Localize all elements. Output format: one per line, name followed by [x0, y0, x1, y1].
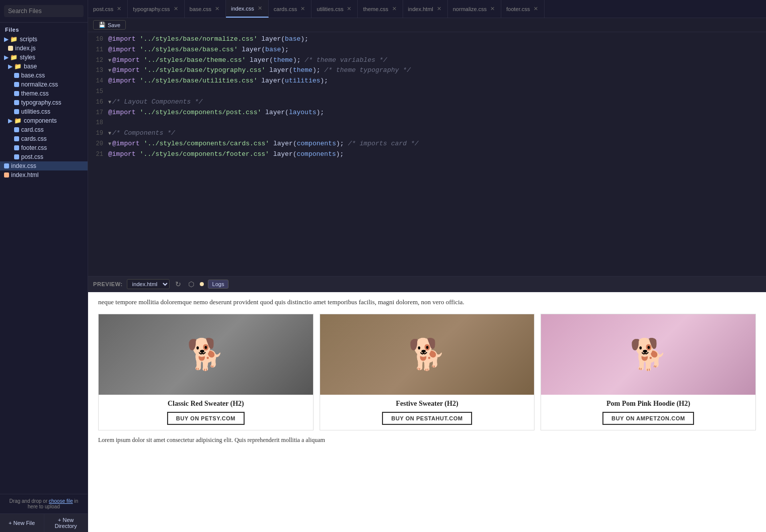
file-label: post.css	[21, 153, 43, 160]
tree-item-components[interactable]: ▶ 📁 components	[0, 116, 88, 125]
tab-close[interactable]: ✕	[391, 5, 398, 13]
tree-item-index-html[interactable]: index.html	[0, 170, 88, 180]
line-content: ▼@import '../styles/base/theme.css' laye…	[108, 55, 766, 66]
line-content: @import '../styles/components/post.css' …	[108, 108, 766, 118]
search-input[interactable]	[4, 5, 84, 17]
file-dot	[14, 109, 19, 114]
tab-normalize-css[interactable]: normalize.css✕	[448, 0, 501, 18]
preview-status-dot	[200, 282, 204, 286]
tree-item-index-js[interactable]: index.js	[0, 44, 88, 53]
tab-theme-css[interactable]: theme.css✕	[358, 0, 403, 18]
preview-card-card3: 🐕 Pom Pom Pink Hoodie (H2) BUY ON AMPETZ…	[541, 314, 756, 430]
code-line-17: 17 @import '../styles/components/post.cs…	[88, 108, 766, 118]
preview-footer-text: Lorem ipsum dolor sit amet consectetur a…	[98, 435, 756, 445]
tree-item-typography-css[interactable]: typography.css	[0, 98, 88, 107]
tree-item-utilities-css[interactable]: utilities.css	[0, 107, 88, 116]
line-content	[108, 118, 766, 128]
code-line-14: 14 @import '../styles/base/utilities.css…	[88, 76, 766, 86]
tab-index-css[interactable]: index.css✕	[226, 0, 269, 18]
tree-item-footer-css[interactable]: footer.css	[0, 143, 88, 152]
tab-base-css[interactable]: base.css✕	[185, 0, 226, 18]
file-dot	[14, 127, 19, 132]
tab-footer-css[interactable]: footer.css✕	[501, 0, 545, 18]
tree-item-post-css[interactable]: post.css	[0, 152, 88, 161]
line-number: 12	[88, 55, 108, 65]
line-number: 13	[88, 65, 108, 75]
tab-index-html[interactable]: index.html✕	[403, 0, 448, 18]
folder-icon: ▶ 📁	[4, 54, 18, 61]
tab-close[interactable]: ✕	[257, 5, 263, 12]
tab-close[interactable]: ✕	[346, 5, 352, 13]
file-dot	[14, 154, 19, 159]
fold-arrow[interactable]: ▼	[108, 68, 111, 73]
tab-close[interactable]: ✕	[116, 5, 122, 13]
card-body: Pom Pom Pink Hoodie (H2) BUY ON AMPETZON…	[541, 395, 755, 430]
line-number: 15	[88, 86, 108, 97]
file-label: index.js	[15, 45, 36, 52]
tree-item-styles[interactable]: ▶ 📁 styles	[0, 53, 88, 62]
tree-item-base-css[interactable]: base.css	[0, 71, 88, 80]
card-buy-button[interactable]: BUY ON AMPETZON.COM	[602, 412, 694, 425]
sidebar-search-area	[0, 0, 88, 23]
preview-intro-text: neque tempore mollitia doloremque nemo d…	[98, 297, 756, 308]
tree-item-card-css[interactable]: card.css	[0, 125, 88, 134]
tab-label: normalize.css	[453, 6, 487, 12]
preview-external-button[interactable]: ⬡	[187, 280, 196, 288]
file-label: theme.css	[21, 90, 49, 97]
preview-refresh-button[interactable]: ↻	[174, 280, 183, 288]
choose-file-link[interactable]: choose file	[49, 498, 73, 504]
fold-arrow[interactable]: ▼	[108, 100, 111, 105]
tab-close[interactable]: ✕	[214, 5, 220, 13]
tab-close[interactable]: ✕	[532, 5, 539, 13]
tab-label: footer.css	[506, 6, 530, 12]
tree-item-theme-css[interactable]: theme.css	[0, 89, 88, 98]
card-image: 🐕	[541, 314, 755, 395]
folder-icon: ▶ 📁	[8, 63, 22, 70]
preview-file-select[interactable]: index.html	[127, 279, 170, 289]
tab-utilities-css[interactable]: utilities.css✕	[312, 0, 358, 18]
tab-label: utilities.css	[317, 6, 343, 12]
fold-arrow[interactable]: ▼	[108, 58, 111, 63]
card-buy-button[interactable]: BUY ON PETSY.COM	[167, 412, 245, 425]
tab-close[interactable]: ✕	[436, 5, 442, 13]
tree-item-base[interactable]: ▶ 📁 base	[0, 62, 88, 71]
card-title: Festive Sweater (H2)	[325, 400, 529, 408]
tab-close[interactable]: ✕	[489, 5, 496, 13]
file-label: base.css	[21, 72, 45, 79]
files-label: Files	[0, 23, 88, 35]
code-line-10: 10 @import '../styles/base/normalize.css…	[88, 34, 766, 45]
code-editor[interactable]: 10 @import '../styles/base/normalize.css…	[88, 32, 766, 276]
line-content: @import '../styles/base/normalize.css' l…	[108, 34, 766, 45]
tab-close[interactable]: ✕	[299, 5, 306, 13]
tree-item-scripts[interactable]: ▶ 📁 scripts	[0, 35, 88, 44]
preview-logs-button[interactable]: Logs	[208, 280, 229, 289]
preview-card-card2: 🐕 Festive Sweater (H2) BUY ON PESTAHUT.C…	[320, 314, 535, 430]
card-body: Classic Red Sweater (H2) BUY ON PETSY.CO…	[99, 395, 313, 430]
line-number: 20	[88, 139, 108, 149]
line-content	[108, 86, 766, 97]
file-dot	[14, 73, 19, 78]
tab-close[interactable]: ✕	[173, 5, 179, 13]
file-dot	[14, 82, 19, 87]
tree-item-cards-css[interactable]: cards.css	[0, 134, 88, 143]
card-image: 🐕	[320, 314, 534, 395]
card-buy-button[interactable]: BUY ON PESTAHUT.COM	[382, 412, 472, 425]
tree-item-index-css[interactable]: index.css	[0, 161, 88, 170]
save-bar: 💾 Save	[88, 18, 766, 32]
new-file-button[interactable]: + New File	[0, 514, 44, 532]
folder-label: styles	[20, 54, 35, 61]
tab-post-css[interactable]: post.css✕	[88, 0, 128, 18]
file-dot	[4, 172, 9, 178]
fold-arrow[interactable]: ▼	[108, 141, 111, 147]
tab-cards-css[interactable]: cards.css✕	[269, 0, 312, 18]
code-line-21: 21 @import '../styles/components/footer.…	[88, 149, 766, 160]
file-tree: ▶ 📁 scripts index.js▶ 📁 styles▶ 📁 base b…	[0, 35, 88, 494]
card-title: Pom Pom Pink Hoodie (H2)	[546, 400, 750, 408]
new-directory-button[interactable]: + New Directory	[44, 514, 88, 532]
file-label: card.css	[21, 126, 44, 133]
tab-typography-css[interactable]: typography.css✕	[128, 0, 184, 18]
line-content: @import '../styles/base/utilities.css' l…	[108, 76, 766, 86]
save-button[interactable]: 💾 Save	[93, 20, 126, 30]
fold-arrow[interactable]: ▼	[108, 131, 111, 136]
tree-item-normalize-css[interactable]: normalize.css	[0, 80, 88, 89]
